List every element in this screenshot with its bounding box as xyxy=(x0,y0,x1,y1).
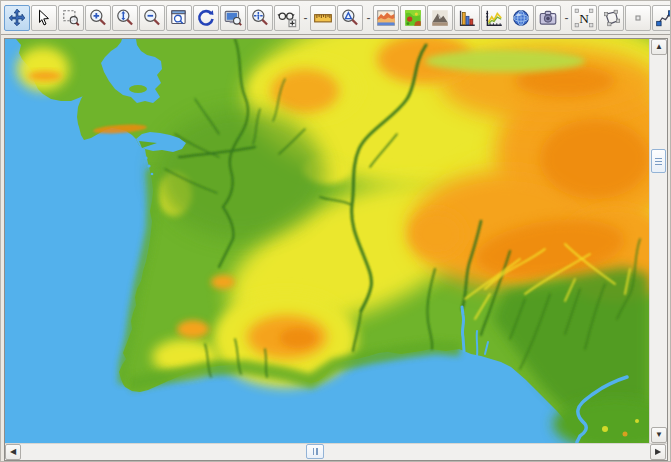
magnifier-triangle-icon xyxy=(340,8,360,28)
triangle-right-icon: ▶ xyxy=(655,448,661,456)
refresh-icon xyxy=(196,8,216,28)
toolbar-button-zoom-out[interactable] xyxy=(139,5,165,31)
toolbar-button-zoom-in[interactable] xyxy=(85,5,111,31)
toolbar-button-contour-layers[interactable] xyxy=(373,5,399,31)
toolbar-button-pointer[interactable] xyxy=(31,5,57,31)
scroll-down-button[interactable]: ▼ xyxy=(651,427,667,443)
thumb-grip xyxy=(313,448,318,455)
marquee-magnifier-icon xyxy=(61,8,81,28)
map-toolbar: ---N xyxy=(1,1,671,35)
toolbar-button-point-tool[interactable] xyxy=(625,5,651,31)
vertical-scrollbar[interactable]: ▲ ▼ xyxy=(649,39,667,443)
v-scrollbar-thumb[interactable] xyxy=(651,149,666,173)
toolbar-button-snapshot[interactable] xyxy=(535,5,561,31)
map-panel: ▲ ▼ ◀ ▶ xyxy=(4,38,668,461)
triangle-left-icon: ◀ xyxy=(10,448,16,456)
scroll-left-button[interactable]: ◀ xyxy=(5,444,21,460)
toolbar-button-zoom-selection[interactable] xyxy=(58,5,84,31)
polygon-icon xyxy=(601,8,621,28)
toolbar-button-measure-distance[interactable] xyxy=(310,5,336,31)
toolbar-button-histogram[interactable] xyxy=(454,5,480,31)
scroll-up-button[interactable]: ▲ xyxy=(651,39,667,55)
map-viewport[interactable] xyxy=(5,39,649,443)
cursor-icon xyxy=(34,8,54,28)
h-scrollbar-thumb[interactable] xyxy=(306,444,324,459)
histogram-icon xyxy=(457,8,477,28)
toolbar-button-polyline-tool[interactable] xyxy=(652,5,671,31)
toolbar-button-refresh[interactable] xyxy=(193,5,219,31)
thumb-grip xyxy=(655,158,662,165)
toolbar-button-north-label[interactable]: N xyxy=(571,5,597,31)
chart-line-icon xyxy=(484,8,504,28)
magnifier-target-icon xyxy=(250,8,270,28)
classified-map-icon xyxy=(403,8,423,28)
tagus-island xyxy=(129,85,147,93)
mountain-icon xyxy=(430,8,450,28)
toolbar-separator: - xyxy=(364,5,373,31)
dot-icon xyxy=(628,8,648,28)
toolbar-button-zoom-full-extent[interactable] xyxy=(112,5,138,31)
scroll-right-button[interactable]: ▶ xyxy=(650,444,666,460)
polyline-icon xyxy=(655,8,671,28)
window-magnifier-icon xyxy=(169,8,189,28)
camera-icon xyxy=(538,8,558,28)
magnifier-plus-icon xyxy=(88,8,108,28)
toolbar-button-zoom-to-scale[interactable] xyxy=(337,5,363,31)
toolbar-separator: - xyxy=(562,5,571,31)
horizontal-scrollbar[interactable]: ◀ ▶ xyxy=(5,443,667,460)
map-view-window: ---N xyxy=(0,0,671,462)
monitor-magnifier-icon xyxy=(223,8,243,28)
svg-text:N: N xyxy=(579,10,589,25)
move-icon xyxy=(7,8,27,28)
toolbar-button-pan[interactable] xyxy=(4,5,30,31)
triangle-up-icon: ▲ xyxy=(655,43,663,51)
guadiana-river-mouth xyxy=(462,307,464,351)
toolbar-button-hillshade[interactable] xyxy=(427,5,453,31)
toolbar-separator: - xyxy=(301,5,310,31)
map-canvas xyxy=(5,39,649,443)
letter-n-icon: N xyxy=(574,8,594,28)
ruler-icon xyxy=(313,8,333,28)
globe-icon xyxy=(511,8,531,28)
strata-icon xyxy=(376,8,396,28)
toolbar-button-new-view[interactable] xyxy=(274,5,300,31)
triangle-down-icon: ▼ xyxy=(655,431,663,439)
toolbar-button-polygon-tool[interactable] xyxy=(598,5,624,31)
glasses-plus-icon xyxy=(277,8,297,28)
magnifier-minus-icon xyxy=(142,8,162,28)
toolbar-button-zoom-window[interactable] xyxy=(166,5,192,31)
toolbar-button-fit-to-screen[interactable] xyxy=(220,5,246,31)
magnifier-updown-icon xyxy=(115,8,135,28)
toolbar-button-scattergram[interactable] xyxy=(481,5,507,31)
toolbar-button-globe-3d[interactable] xyxy=(508,5,534,31)
toolbar-button-zoom-to-layer[interactable] xyxy=(247,5,273,31)
toolbar-button-classified-map[interactable] xyxy=(400,5,426,31)
